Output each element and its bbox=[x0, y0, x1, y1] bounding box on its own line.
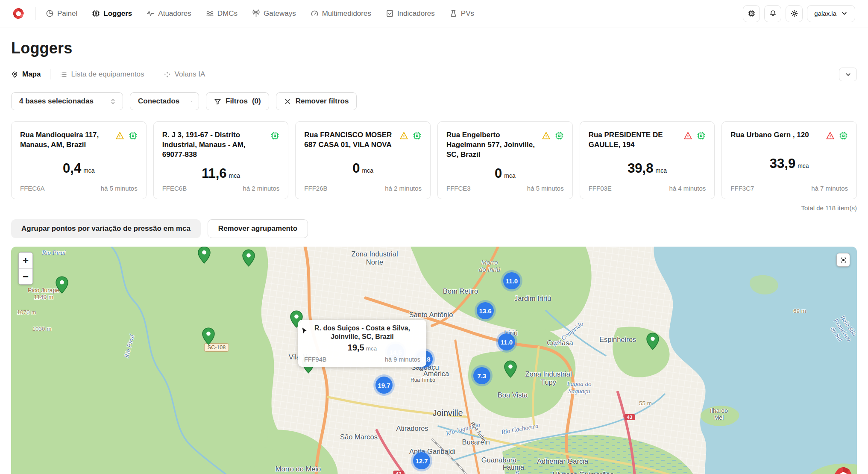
logger-address: Rua Engelberto Hagelmann 577, Joinville,… bbox=[446, 130, 537, 160]
grouping-buttons-row: Agrupar pontos por variação de pressão e… bbox=[11, 219, 857, 238]
map-cluster-marker[interactable]: 13.6 bbox=[477, 302, 494, 319]
pressure-unit: mca bbox=[504, 172, 515, 179]
marker-tooltip[interactable]: R. dos Suiços - Costa e Silva, Joinville… bbox=[298, 320, 426, 367]
remove-filters-button[interactable]: Remover filtros bbox=[276, 92, 357, 110]
tab-label: Mapa bbox=[22, 70, 41, 79]
collapse-panel-button[interactable] bbox=[839, 68, 857, 81]
logger-card[interactable]: Rua Urbano Gern , 120 33,9mca FFF3C7 há … bbox=[721, 121, 857, 199]
map-pin-marker[interactable] bbox=[198, 247, 211, 264]
logger-address: R. J 3, 191-67 - Distrito Industrial, Ma… bbox=[162, 130, 267, 160]
device-id: FFEC6B bbox=[162, 185, 187, 192]
map-cluster-marker[interactable]: 11.0 bbox=[498, 333, 515, 350]
map-pin-marker[interactable] bbox=[504, 360, 517, 378]
nav-item-atuadores[interactable]: Atuadores bbox=[147, 9, 191, 18]
logger-address: Rua FRANCISCO MOSER 687 CASA 01, VILA NO… bbox=[304, 130, 395, 150]
chip-icon bbox=[555, 131, 564, 140]
pressure-value: 0,4 bbox=[63, 161, 81, 176]
nav-item-label: Multimedidores bbox=[322, 9, 371, 18]
logger-card[interactable]: Rua FRANCISCO MOSER 687 CASA 01, VILA NO… bbox=[295, 121, 431, 199]
nav-item-label: Loggers bbox=[103, 9, 132, 18]
page-title: Loggers bbox=[11, 39, 857, 57]
map-cluster-marker[interactable]: 19.7 bbox=[375, 377, 393, 394]
status-select[interactable]: Conectados bbox=[130, 92, 199, 110]
device-id: FFF03E bbox=[589, 185, 612, 192]
last-update: há 4 minutos bbox=[669, 185, 706, 192]
fullscreen-button[interactable] bbox=[836, 253, 850, 267]
notifications-button[interactable] bbox=[764, 5, 781, 22]
zoom-out-button[interactable]: − bbox=[19, 268, 32, 284]
nav-item-indicadores[interactable]: Indicadores bbox=[386, 9, 435, 18]
galaxia-logo[interactable] bbox=[12, 7, 25, 20]
logger-cards-row: Rua Mandioqueira 117, Manaus, AM, Brazil… bbox=[11, 121, 857, 199]
logger-card[interactable]: Rua Engelberto Hagelmann 577, Joinville,… bbox=[437, 121, 573, 199]
galaxia-watermark-logo bbox=[833, 466, 853, 474]
pressure-unit: mca bbox=[362, 167, 373, 174]
map-cluster-marker[interactable]: 12.7 bbox=[413, 452, 430, 469]
filters-row: 4 bases selecionadas Conectados Filtros … bbox=[11, 92, 857, 110]
gauge-icon bbox=[311, 9, 319, 18]
group-points-button[interactable]: Agrupar pontos por variação de pressão e… bbox=[11, 219, 201, 238]
total-count: Total de 118 item(s) bbox=[11, 204, 857, 212]
map-pin-marker[interactable] bbox=[202, 327, 215, 345]
nav-item-pvs[interactable]: PVs bbox=[449, 9, 474, 18]
tab-mapa[interactable]: Mapa bbox=[11, 70, 41, 79]
pressure-reading: 39,8mca bbox=[589, 158, 706, 176]
map-cluster-marker[interactable]: 7.3 bbox=[473, 367, 490, 384]
chip-icon bbox=[270, 131, 279, 140]
user-menu-button[interactable]: galax.ia bbox=[807, 5, 855, 22]
main-nav: Painel Loggers Atuadores DMCs Gateways M… bbox=[46, 9, 474, 18]
bell-icon bbox=[769, 10, 777, 17]
bases-select-value: 4 bases selecionadas bbox=[19, 97, 94, 106]
nav-item-label: PVs bbox=[461, 9, 474, 18]
tabs-row: Mapa Lista de equipamentos Volans IA bbox=[11, 68, 857, 81]
divider bbox=[154, 69, 154, 79]
tab-volans-ia[interactable]: Volans IA bbox=[164, 70, 205, 79]
filters-button[interactable]: Filtros (0) bbox=[206, 92, 269, 110]
pressure-value: 0 bbox=[352, 161, 360, 176]
sun-icon bbox=[791, 10, 798, 17]
pressure-reading: 0,4mca bbox=[20, 158, 138, 176]
nav-item-painel[interactable]: Painel bbox=[46, 9, 77, 18]
nav-item-gateways[interactable]: Gateways bbox=[252, 9, 296, 18]
list-icon bbox=[60, 71, 67, 78]
pressure-unit: mca bbox=[655, 167, 666, 174]
map-cluster-marker[interactable]: 11.0 bbox=[503, 272, 520, 289]
map-pin-marker[interactable] bbox=[242, 249, 255, 267]
last-update: há 5 minutos bbox=[527, 185, 564, 192]
tab-lista-de-equipamentos[interactable]: Lista de equipamentos bbox=[60, 70, 144, 79]
logger-card[interactable]: Rua PRESIDENTE DE GAULLE, 194 39,8mca FF… bbox=[580, 121, 715, 199]
map-pin-icon bbox=[11, 71, 18, 78]
nav-item-loggers[interactable]: Loggers bbox=[92, 9, 132, 18]
logger-card[interactable]: Rua Mandioqueira 117, Manaus, AM, Brazil… bbox=[11, 121, 147, 199]
nav-item-multimedidores[interactable]: Multimedidores bbox=[311, 9, 371, 18]
devices-button[interactable] bbox=[743, 5, 760, 22]
pressure-unit: mca bbox=[798, 162, 809, 169]
pressure-value: 0 bbox=[495, 166, 502, 181]
nav-item-dmcs[interactable]: DMCs bbox=[206, 9, 238, 18]
zoom-in-button[interactable]: + bbox=[19, 253, 32, 268]
pressure-unit: mca bbox=[83, 167, 94, 174]
status-select-value: Conectados bbox=[138, 97, 179, 106]
map-pin-marker[interactable] bbox=[56, 276, 68, 294]
chevron-down-icon bbox=[841, 10, 848, 17]
antenna-icon bbox=[252, 9, 260, 18]
warning-icon bbox=[683, 131, 692, 140]
bases-select[interactable]: 4 bases selecionadas bbox=[11, 92, 123, 110]
chip-icon bbox=[697, 131, 706, 140]
pressure-unit: mca bbox=[229, 172, 240, 179]
page-content: Loggers Mapa Lista de equipamentos Volan… bbox=[0, 39, 868, 474]
pressure-reading: 0mca bbox=[304, 158, 422, 176]
theme-toggle-button[interactable] bbox=[786, 5, 803, 22]
warning-icon bbox=[399, 131, 408, 140]
divider bbox=[35, 7, 35, 20]
warning-icon bbox=[542, 131, 551, 140]
map-pin-marker[interactable] bbox=[646, 333, 659, 350]
logger-card[interactable]: R. J 3, 191-67 - Distrito Industrial, Ma… bbox=[153, 121, 289, 199]
beaker-icon bbox=[449, 9, 457, 18]
tooltip-unit: mca bbox=[366, 345, 377, 352]
funnel-icon bbox=[214, 98, 221, 105]
logger-address: Rua Urbano Gern , 120 bbox=[730, 130, 821, 140]
chevron-down-icon bbox=[191, 98, 193, 105]
map[interactable]: Zona Industrial Norte Morro do Iririú Bo… bbox=[11, 247, 857, 474]
remove-grouping-button[interactable]: Remover agrupamento bbox=[208, 219, 308, 238]
